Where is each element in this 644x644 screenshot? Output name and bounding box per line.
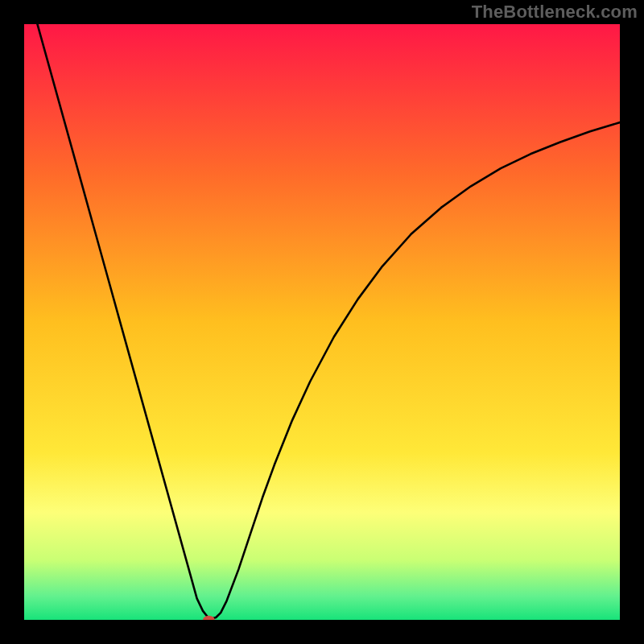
gradient-background: [24, 24, 620, 620]
watermark-text: TheBottleneck.com: [472, 2, 638, 23]
chart-frame: TheBottleneck.com: [0, 0, 644, 644]
bottleneck-chart: [24, 24, 620, 620]
